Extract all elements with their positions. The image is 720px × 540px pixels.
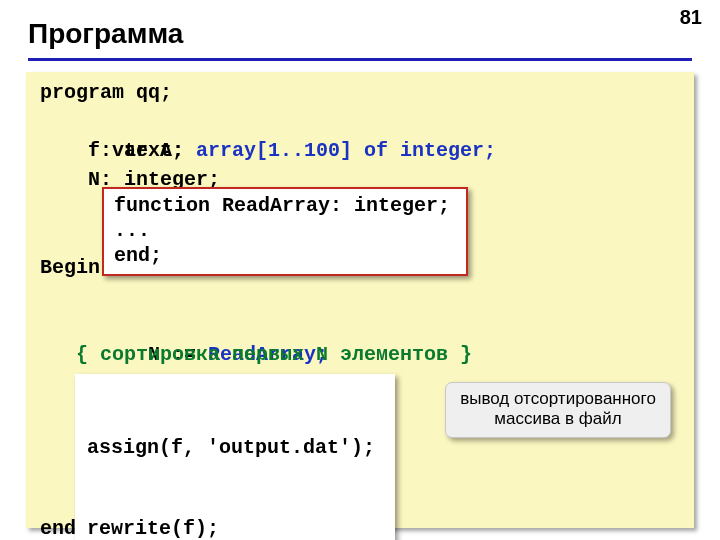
code-comment: { сортировка первых N элементов } xyxy=(40,340,472,369)
output-box: assign(f, 'output.dat'); rewrite(f); for… xyxy=(75,374,395,540)
code-line: program qq; xyxy=(40,78,172,107)
code-highlight: array[1..100] of integer; xyxy=(196,139,496,162)
code-line: function ReadArray: integer; xyxy=(114,193,456,218)
function-box: function ReadArray: integer; ... end; xyxy=(102,187,468,276)
callout: вывод отсортированного массива в файл xyxy=(445,382,671,438)
code-line: Begin xyxy=(40,253,100,282)
code-line: ... xyxy=(114,218,456,243)
code-block: program qq; var A: array[1..100] of inte… xyxy=(26,72,694,528)
page-title: Программа xyxy=(28,18,183,50)
slide: 81 Программа program qq; var A: array[1.… xyxy=(0,0,720,540)
title-rule xyxy=(28,58,692,61)
page-number: 81 xyxy=(680,6,702,29)
code-line: assign(f, 'output.dat'); xyxy=(87,434,383,461)
callout-line: массива в файл xyxy=(454,409,662,429)
code-line: end; xyxy=(114,243,456,268)
code-line: f: text; xyxy=(40,136,184,165)
callout-line: вывод отсортированного xyxy=(454,389,662,409)
code-line: rewrite(f); xyxy=(87,515,383,540)
